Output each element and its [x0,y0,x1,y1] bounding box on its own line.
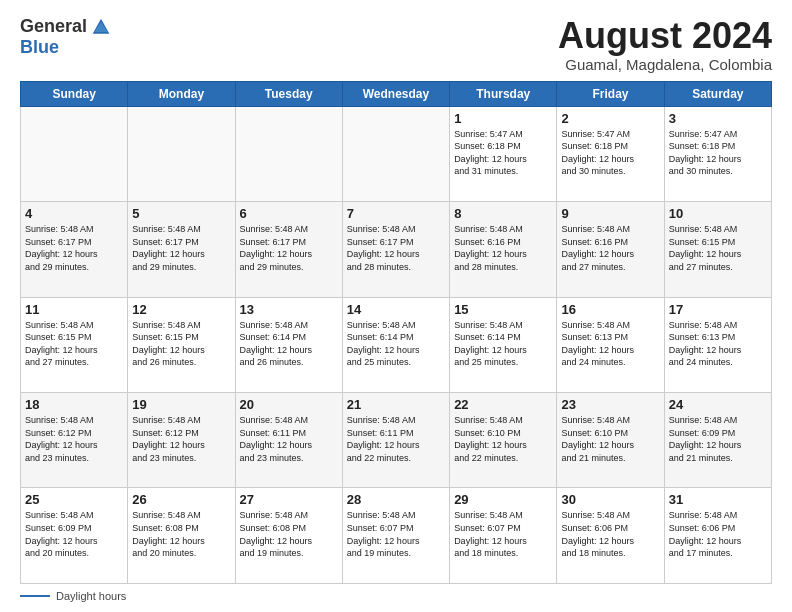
day-info: Sunrise: 5:48 AM Sunset: 6:10 PM Dayligh… [454,414,552,464]
day-info: Sunrise: 5:48 AM Sunset: 6:13 PM Dayligh… [561,319,659,369]
calendar-week-row: 11Sunrise: 5:48 AM Sunset: 6:15 PM Dayli… [21,297,772,392]
calendar-day-cell: 19Sunrise: 5:48 AM Sunset: 6:12 PM Dayli… [128,393,235,488]
calendar-day-header: Tuesday [235,81,342,106]
logo-general-text: General [20,16,87,37]
calendar-day-cell: 6Sunrise: 5:48 AM Sunset: 6:17 PM Daylig… [235,202,342,297]
calendar-day-header: Thursday [450,81,557,106]
day-info: Sunrise: 5:48 AM Sunset: 6:16 PM Dayligh… [561,223,659,273]
day-number: 16 [561,302,659,317]
day-info: Sunrise: 5:48 AM Sunset: 6:17 PM Dayligh… [132,223,230,273]
calendar-day-cell [128,106,235,201]
calendar-day-header: Friday [557,81,664,106]
day-number: 11 [25,302,123,317]
calendar-day-header: Wednesday [342,81,449,106]
calendar-day-cell [21,106,128,201]
calendar-week-row: 4Sunrise: 5:48 AM Sunset: 6:17 PM Daylig… [21,202,772,297]
day-number: 1 [454,111,552,126]
calendar-day-cell [235,106,342,201]
day-number: 9 [561,206,659,221]
day-number: 13 [240,302,338,317]
day-number: 15 [454,302,552,317]
day-number: 25 [25,492,123,507]
day-number: 30 [561,492,659,507]
calendar-day-cell: 27Sunrise: 5:48 AM Sunset: 6:08 PM Dayli… [235,488,342,584]
day-number: 12 [132,302,230,317]
svg-marker-1 [94,22,107,32]
day-number: 22 [454,397,552,412]
calendar-day-cell: 22Sunrise: 5:48 AM Sunset: 6:10 PM Dayli… [450,393,557,488]
calendar-day-cell: 23Sunrise: 5:48 AM Sunset: 6:10 PM Dayli… [557,393,664,488]
calendar-day-cell: 9Sunrise: 5:48 AM Sunset: 6:16 PM Daylig… [557,202,664,297]
day-info: Sunrise: 5:48 AM Sunset: 6:14 PM Dayligh… [347,319,445,369]
day-info: Sunrise: 5:48 AM Sunset: 6:09 PM Dayligh… [25,509,123,559]
day-number: 5 [132,206,230,221]
day-number: 18 [25,397,123,412]
day-info: Sunrise: 5:47 AM Sunset: 6:18 PM Dayligh… [454,128,552,178]
day-number: 21 [347,397,445,412]
day-info: Sunrise: 5:48 AM Sunset: 6:15 PM Dayligh… [132,319,230,369]
calendar-day-cell: 12Sunrise: 5:48 AM Sunset: 6:15 PM Dayli… [128,297,235,392]
calendar-day-cell: 13Sunrise: 5:48 AM Sunset: 6:14 PM Dayli… [235,297,342,392]
day-info: Sunrise: 5:48 AM Sunset: 6:13 PM Dayligh… [669,319,767,369]
day-number: 8 [454,206,552,221]
calendar-day-cell: 26Sunrise: 5:48 AM Sunset: 6:08 PM Dayli… [128,488,235,584]
calendar-header-row: SundayMondayTuesdayWednesdayThursdayFrid… [21,81,772,106]
day-number: 27 [240,492,338,507]
day-info: Sunrise: 5:48 AM Sunset: 6:09 PM Dayligh… [669,414,767,464]
calendar-day-cell: 10Sunrise: 5:48 AM Sunset: 6:15 PM Dayli… [664,202,771,297]
day-number: 7 [347,206,445,221]
day-number: 14 [347,302,445,317]
calendar-day-cell: 21Sunrise: 5:48 AM Sunset: 6:11 PM Dayli… [342,393,449,488]
footer-label: Daylight hours [56,590,126,602]
day-number: 17 [669,302,767,317]
calendar-day-cell: 8Sunrise: 5:48 AM Sunset: 6:16 PM Daylig… [450,202,557,297]
day-info: Sunrise: 5:48 AM Sunset: 6:08 PM Dayligh… [240,509,338,559]
day-number: 3 [669,111,767,126]
calendar-day-cell: 7Sunrise: 5:48 AM Sunset: 6:17 PM Daylig… [342,202,449,297]
day-info: Sunrise: 5:48 AM Sunset: 6:14 PM Dayligh… [240,319,338,369]
day-info: Sunrise: 5:48 AM Sunset: 6:11 PM Dayligh… [240,414,338,464]
subtitle: Guamal, Magdalena, Colombia [558,56,772,73]
day-number: 26 [132,492,230,507]
calendar-week-row: 18Sunrise: 5:48 AM Sunset: 6:12 PM Dayli… [21,393,772,488]
calendar-day-cell: 17Sunrise: 5:48 AM Sunset: 6:13 PM Dayli… [664,297,771,392]
logo-icon [91,17,111,37]
calendar-day-cell: 3Sunrise: 5:47 AM Sunset: 6:18 PM Daylig… [664,106,771,201]
calendar-day-cell: 1Sunrise: 5:47 AM Sunset: 6:18 PM Daylig… [450,106,557,201]
day-number: 31 [669,492,767,507]
page: General Blue August 2024 Guamal, Magdale… [0,0,792,612]
day-number: 6 [240,206,338,221]
day-info: Sunrise: 5:48 AM Sunset: 6:06 PM Dayligh… [561,509,659,559]
calendar-day-cell [342,106,449,201]
day-info: Sunrise: 5:48 AM Sunset: 6:07 PM Dayligh… [347,509,445,559]
calendar-week-row: 1Sunrise: 5:47 AM Sunset: 6:18 PM Daylig… [21,106,772,201]
logo: General Blue [20,16,111,58]
day-info: Sunrise: 5:48 AM Sunset: 6:15 PM Dayligh… [669,223,767,273]
calendar-day-cell: 11Sunrise: 5:48 AM Sunset: 6:15 PM Dayli… [21,297,128,392]
day-number: 28 [347,492,445,507]
day-info: Sunrise: 5:48 AM Sunset: 6:11 PM Dayligh… [347,414,445,464]
day-number: 23 [561,397,659,412]
day-info: Sunrise: 5:47 AM Sunset: 6:18 PM Dayligh… [669,128,767,178]
day-number: 10 [669,206,767,221]
calendar-week-row: 25Sunrise: 5:48 AM Sunset: 6:09 PM Dayli… [21,488,772,584]
footer: Daylight hours [20,590,772,602]
calendar-day-header: Monday [128,81,235,106]
calendar-day-cell: 28Sunrise: 5:48 AM Sunset: 6:07 PM Dayli… [342,488,449,584]
header: General Blue August 2024 Guamal, Magdale… [20,16,772,73]
calendar-day-cell: 18Sunrise: 5:48 AM Sunset: 6:12 PM Dayli… [21,393,128,488]
calendar-day-cell: 25Sunrise: 5:48 AM Sunset: 6:09 PM Dayli… [21,488,128,584]
day-number: 29 [454,492,552,507]
day-info: Sunrise: 5:48 AM Sunset: 6:07 PM Dayligh… [454,509,552,559]
calendar-day-cell: 29Sunrise: 5:48 AM Sunset: 6:07 PM Dayli… [450,488,557,584]
day-number: 4 [25,206,123,221]
day-number: 19 [132,397,230,412]
calendar-table: SundayMondayTuesdayWednesdayThursdayFrid… [20,81,772,584]
footer-line [20,595,50,597]
day-info: Sunrise: 5:48 AM Sunset: 6:17 PM Dayligh… [347,223,445,273]
calendar-day-cell: 14Sunrise: 5:48 AM Sunset: 6:14 PM Dayli… [342,297,449,392]
calendar-day-cell: 2Sunrise: 5:47 AM Sunset: 6:18 PM Daylig… [557,106,664,201]
day-number: 2 [561,111,659,126]
calendar-day-cell: 15Sunrise: 5:48 AM Sunset: 6:14 PM Dayli… [450,297,557,392]
calendar-day-cell: 24Sunrise: 5:48 AM Sunset: 6:09 PM Dayli… [664,393,771,488]
